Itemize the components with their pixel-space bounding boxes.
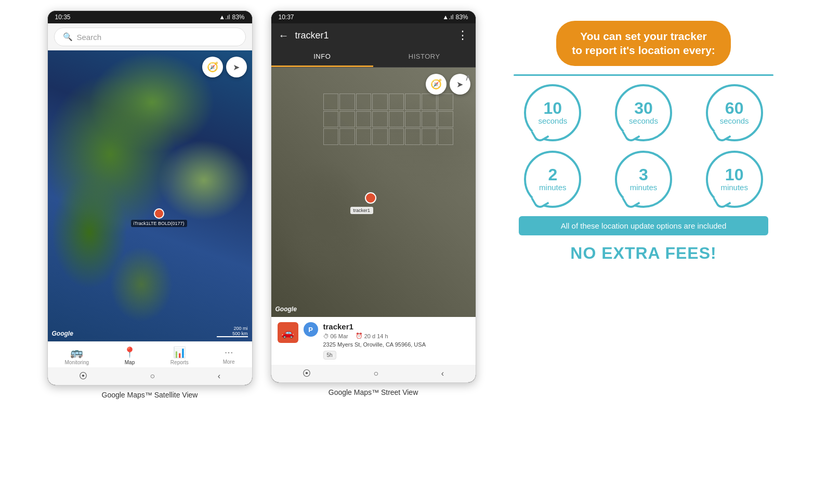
- nav-more[interactable]: ··· More: [223, 346, 235, 365]
- sys-bar-1: ⦿ ○ ‹: [48, 367, 252, 385]
- map-icon: 📍: [123, 346, 136, 359]
- circle-1: 30 seconds: [615, 84, 672, 141]
- tab-history[interactable]: HISTORY: [373, 47, 476, 67]
- street-map[interactable]: tracker1 🧭 ➤ Google ∧: [271, 68, 476, 317]
- circle-unit-4: minutes: [630, 183, 658, 192]
- scroll-up-button[interactable]: ∧: [465, 72, 471, 83]
- circle-unit-1: seconds: [629, 116, 658, 125]
- battery-1: 83%: [232, 14, 244, 21]
- scale-200mi: 200 mi: [233, 326, 247, 331]
- tracker-info-row: 🚗 P tracker1 ⏱ 06 Mar ⏰ 20 d 14 h: [278, 322, 469, 360]
- tracker-date: ⏱ 06 Mar: [323, 333, 348, 339]
- circle-unit-3: minutes: [539, 183, 567, 192]
- nav-monitoring[interactable]: 🚌 Monitoring: [64, 346, 89, 365]
- tab-bar-2: INFO HISTORY: [271, 47, 476, 68]
- top-bar-2: ← tracker1 ⋮: [271, 23, 476, 47]
- phone2: 10:37 ▲.ıl 83% ← tracker1 ⋮ INFO HISTORY: [271, 10, 476, 383]
- google-logo-1: Google: [52, 330, 73, 337]
- more-label: More: [223, 359, 235, 365]
- tracker-label-1: iTrack1LTE BOLD(0177): [131, 220, 187, 227]
- compass-button-2[interactable]: 🧭: [426, 74, 447, 95]
- sys-recent-2[interactable]: ⦿: [303, 369, 311, 378]
- sys-back-2[interactable]: ‹: [441, 369, 444, 378]
- phone1: 10:35 ▲.ıl 83% 🔍 Search 🧭 ➤ iTrack1LTE B…: [47, 10, 253, 386]
- tracker-marker-1: iTrack1LTE BOLD(0177): [131, 208, 187, 227]
- navigation-button-1[interactable]: ➤: [226, 57, 247, 77]
- status-icons-2: ▲.ıl 83%: [442, 14, 468, 21]
- circle-number-1: 30: [634, 100, 653, 116]
- signal-icon-2: ▲.ıl: [442, 14, 453, 21]
- satellite-map[interactable]: 🧭 ➤ iTrack1LTE BOLD(0177) Google 200 mi …: [48, 50, 252, 341]
- back-button[interactable]: ←: [279, 30, 289, 42]
- scale-bar-1: 200 mi 500 km: [217, 326, 248, 337]
- circle-3: 2 minutes: [524, 151, 581, 208]
- circle-number-5: 10: [725, 166, 744, 183]
- circle-unit-5: minutes: [720, 183, 748, 192]
- phone1-wrapper: 10:35 ▲.ıl 83% 🔍 Search 🧭 ➤ iTrack1LTE B…: [46, 10, 254, 399]
- more-menu-button[interactable]: ⋮: [457, 29, 468, 42]
- tracker-car-icon-2: [365, 192, 376, 204]
- parking-lot: [323, 94, 453, 197]
- map-label: Map: [125, 360, 135, 365]
- phone1-caption: Google Maps™ Satellite View: [102, 391, 198, 399]
- no-extra-fees-text: NO EXTRA FEES!: [570, 244, 716, 263]
- time-icon: ⏰: [356, 333, 363, 339]
- info-header-line2: to report it's location every:: [572, 44, 715, 56]
- circle-item-1: 30 seconds: [605, 84, 683, 141]
- scale-500km: 500 km: [232, 331, 248, 336]
- circle-2: 60 seconds: [706, 84, 763, 141]
- circle-5: 10 minutes: [706, 151, 763, 208]
- no-fees-banner-text: All of these location update options are…: [561, 221, 727, 230]
- divider-top: [514, 74, 773, 76]
- circles-grid: 10 seconds 30 seconds 60 seconds 2 minut…: [514, 84, 773, 208]
- battery-2: 83%: [455, 14, 468, 21]
- circle-item-3: 2 minutes: [514, 151, 592, 208]
- search-input[interactable]: 🔍 Search: [54, 28, 246, 46]
- circle-item-4: 3 minutes: [605, 151, 683, 208]
- tracker-car-icon-1: [154, 208, 164, 219]
- sys-back[interactable]: ‹: [218, 372, 220, 381]
- tracker-detail: tracker1 ⏱ 06 Mar ⏰ 20 d 14 h 2325 Myers…: [323, 322, 469, 360]
- tracker-label-2: tracker1: [350, 207, 374, 214]
- sys-home[interactable]: ○: [150, 372, 155, 381]
- map-satellite-bg: [48, 50, 252, 341]
- sys-recent[interactable]: ⦿: [79, 372, 87, 381]
- nav-reports[interactable]: 📊 Reports: [170, 346, 189, 365]
- circle-0: 10 seconds: [524, 84, 581, 141]
- phone2-caption: Google Maps™ Street View: [329, 388, 418, 396]
- circle-4: 3 minutes: [615, 151, 672, 208]
- compass-button-1[interactable]: 🧭: [202, 57, 223, 77]
- circle-unit-2: seconds: [720, 116, 749, 125]
- info-panel: You can set your tracker to report it's …: [493, 10, 794, 273]
- clock-icon: ⏱: [323, 333, 329, 339]
- tab-info[interactable]: INFO: [271, 47, 374, 67]
- duration-badge: 5h: [323, 351, 336, 360]
- time-1: 10:35: [55, 14, 71, 21]
- google-logo-2: Google: [275, 306, 297, 313]
- circle-number-2: 60: [725, 100, 744, 116]
- tracker-meta: ⏱ 06 Mar ⏰ 20 d 14 h: [323, 333, 469, 339]
- monitoring-icon: 🚌: [70, 346, 83, 359]
- search-bar[interactable]: 🔍 Search: [48, 23, 252, 50]
- search-placeholder: Search: [77, 33, 102, 42]
- parking-badge: P: [304, 322, 318, 337]
- monitoring-label: Monitoring: [64, 360, 89, 365]
- status-bar-1: 10:35 ▲.ıl 83%: [48, 11, 252, 23]
- scale-line: [217, 336, 248, 337]
- nav-map[interactable]: 📍 Map: [123, 346, 136, 365]
- status-icons-1: ▲.ıl 83%: [219, 14, 244, 21]
- phone2-wrapper: 10:37 ▲.ıl 83% ← tracker1 ⋮ INFO HISTORY: [269, 10, 477, 396]
- sys-bar-2: ⦿ ○ ‹: [271, 365, 476, 382]
- circle-number-4: 3: [639, 166, 648, 183]
- tracker-title: tracker1: [295, 30, 451, 41]
- circle-item-0: 10 seconds: [514, 84, 592, 141]
- reports-icon: 📊: [173, 346, 186, 359]
- tracker-address: 2325 Myers St, Oroville, CA 95966, USA: [323, 341, 469, 348]
- circle-item-2: 60 seconds: [695, 84, 773, 141]
- search-icon: 🔍: [63, 32, 73, 42]
- status-bar-2: 10:37 ▲.ıl 83%: [271, 11, 476, 23]
- sys-home-2[interactable]: ○: [373, 369, 378, 378]
- time-2: 10:37: [279, 14, 294, 21]
- no-fees-banner: All of these location update options are…: [519, 216, 768, 235]
- circle-unit-0: seconds: [538, 116, 567, 125]
